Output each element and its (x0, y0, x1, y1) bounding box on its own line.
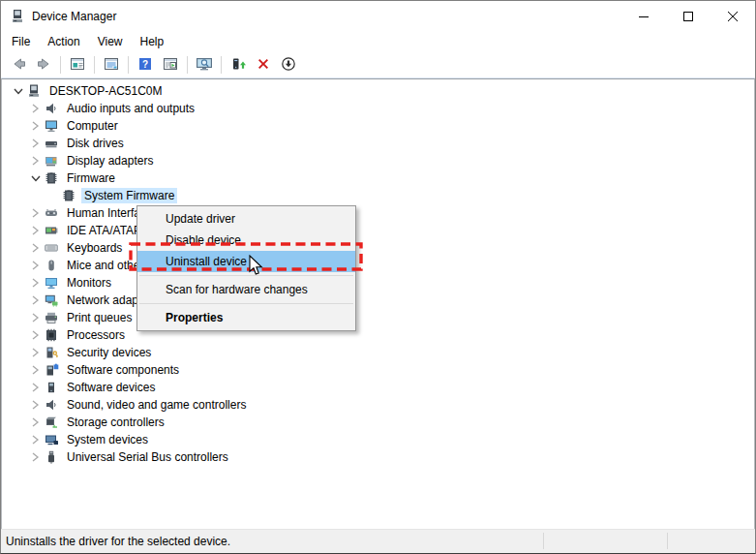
chevron-right-icon[interactable] (27, 138, 44, 149)
tree-item-label[interactable]: System Firmware (81, 188, 177, 203)
tree-item-universal-serial-bus-controllers[interactable]: Universal Serial Bus controllers (2, 448, 754, 466)
device-up-arrow-icon (230, 56, 247, 75)
chevron-right-icon[interactable] (27, 242, 44, 254)
ide-controller-icon (44, 223, 59, 238)
chevron-right-icon[interactable] (27, 225, 44, 236)
circle-down-arrow-icon (281, 56, 296, 75)
menu-item-scan-for-hardware-changes[interactable]: Scan for hardware changes (137, 279, 355, 300)
tree-item-label[interactable]: DESKTOP-AC51C0M (46, 83, 165, 99)
tree-item-label[interactable]: Software components (64, 362, 182, 378)
device-manager-app-icon (10, 9, 25, 24)
toolbar-button-uninstall[interactable] (252, 54, 275, 76)
menu-action[interactable]: Action (39, 32, 88, 51)
toolbar-button-back[interactable] (7, 54, 30, 76)
chevron-right-icon[interactable] (27, 364, 44, 376)
tree-item-disk-drives[interactable]: Disk drives (2, 135, 754, 152)
context-menu-separator (139, 303, 353, 304)
tree-item-software-devices[interactable]: Software devices (2, 379, 754, 396)
tree-item-label[interactable]: Audio inputs and outputs (64, 101, 197, 116)
chevron-down-icon[interactable] (10, 86, 26, 96)
mouse-icon (44, 258, 59, 273)
maximize-button[interactable] (666, 1, 711, 31)
chevron-right-icon[interactable] (27, 347, 44, 358)
menu-view[interactable]: View (89, 32, 132, 51)
chevron-right-icon[interactable] (27, 329, 44, 341)
chevron-right-icon[interactable] (27, 451, 44, 463)
tree-item-label[interactable]: Software devices (64, 380, 158, 395)
tree-item-system-devices[interactable]: System devices (2, 431, 754, 448)
tree-item-computer[interactable]: Computer (2, 117, 754, 135)
tree-item-system-firmware[interactable]: System Firmware (2, 187, 754, 204)
maximize-icon (683, 12, 693, 21)
keyboard-icon (44, 240, 59, 256)
tree-item-sound-video-and-game-controllers[interactable]: Sound, video and game controllers (2, 396, 754, 414)
svg-text:?: ? (142, 59, 148, 70)
chevron-down-icon[interactable] (27, 173, 44, 183)
tree-item-label[interactable]: Storage controllers (64, 415, 167, 430)
chevron-right-icon[interactable] (27, 103, 44, 114)
tree-item-label[interactable]: Computer (64, 118, 121, 134)
tree-item-processors[interactable]: Processors (2, 326, 754, 344)
tree-item-label[interactable]: System devices (64, 432, 151, 447)
tree-item-label[interactable]: Universal Serial Bus controllers (64, 449, 231, 465)
chevron-right-icon[interactable] (27, 382, 44, 393)
tree-item-label[interactable]: Display adapters (64, 153, 156, 169)
chevron-right-icon[interactable] (27, 399, 44, 411)
tree-item-ide-ata-atapi-controllers[interactable]: IDE ATA/ATAPI controllers (2, 222, 754, 239)
tree-item-label[interactable]: Firmware (64, 170, 118, 186)
chevron-right-icon[interactable] (27, 434, 44, 446)
chevron-right-icon[interactable] (27, 416, 44, 428)
chevron-right-icon[interactable] (27, 260, 44, 271)
menu-item-update-driver[interactable]: Update driver (137, 208, 355, 230)
tree-item-label[interactable]: Security devices (64, 345, 154, 360)
tree-item-network-adapters[interactable]: Network adapters (2, 292, 754, 309)
tree-item-audio-inputs-and-outputs[interactable]: Audio inputs and outputs (2, 100, 754, 117)
tree-item-desktop-ac51c0m[interactable]: DESKTOP-AC51C0M (2, 82, 754, 100)
properties-window-icon (104, 56, 119, 75)
tree-item-print-queues[interactable]: Print queues (2, 309, 754, 326)
tree-item-monitors[interactable]: Monitors (2, 274, 754, 292)
toolbar-button-update-driver[interactable] (227, 54, 250, 76)
tree-item-firmware[interactable]: Firmware (2, 169, 754, 187)
context-menu-separator (139, 275, 353, 276)
tree-item-security-devices[interactable]: Security devices (2, 344, 754, 361)
tree-item-software-components[interactable]: Software components (2, 361, 754, 379)
minimize-button[interactable] (621, 1, 666, 31)
toolbar-separator (187, 56, 188, 74)
toolbar-button-forward[interactable] (32, 54, 55, 76)
menu-item-uninstall-device[interactable]: Uninstall device (137, 251, 355, 272)
tree-item-label[interactable]: Print queues (64, 310, 135, 325)
chevron-right-icon[interactable] (27, 294, 44, 306)
toolbar-button-help[interactable]: ? (134, 54, 157, 76)
tree-item-label[interactable]: Processors (64, 327, 128, 343)
menu-item-disable-device[interactable]: Disable device (137, 230, 355, 251)
display-adapter-icon (44, 153, 59, 169)
toolbar-button-show-console-tree[interactable] (66, 54, 89, 76)
menu-item-properties[interactable]: Properties (137, 307, 355, 328)
toolbar-button-show-action-pane[interactable] (159, 54, 182, 76)
chevron-right-icon[interactable] (27, 207, 44, 219)
context-menu: Update driverDisable deviceUninstall dev… (136, 205, 356, 331)
chevron-right-icon[interactable] (27, 312, 44, 323)
tree-item-mice-and-other-pointing-devices[interactable]: Mice and other pointing devices (2, 257, 754, 274)
tree-item-display-adapters[interactable]: Display adapters (2, 152, 754, 169)
tree-item-label[interactable]: Monitors (64, 275, 114, 291)
tree-item-label[interactable]: Disk drives (64, 136, 127, 151)
menu-help[interactable]: Help (132, 32, 173, 51)
tree-item-human-interface-devices[interactable]: Human Interface Devices (2, 204, 754, 222)
tree-item-storage-controllers[interactable]: Storage controllers (2, 414, 754, 431)
chevron-right-icon[interactable] (27, 120, 44, 132)
toolbar-button-disable[interactable] (277, 54, 300, 76)
tree-item-label[interactable]: Keyboards (64, 240, 125, 256)
toolbar-button-properties[interactable] (100, 54, 123, 76)
menu-file[interactable]: File (3, 32, 39, 51)
close-button[interactable] (711, 1, 755, 31)
speaker-icon (44, 101, 59, 116)
chevron-right-icon[interactable] (27, 277, 44, 289)
title-bar: Device Manager (1, 1, 755, 31)
minimize-icon (639, 12, 649, 21)
chevron-right-icon[interactable] (27, 155, 44, 167)
tree-item-label[interactable]: Sound, video and game controllers (64, 397, 249, 413)
tree-item-keyboards[interactable]: Keyboards (2, 239, 754, 257)
toolbar-button-scan-for-hardware-changes[interactable] (193, 54, 216, 76)
